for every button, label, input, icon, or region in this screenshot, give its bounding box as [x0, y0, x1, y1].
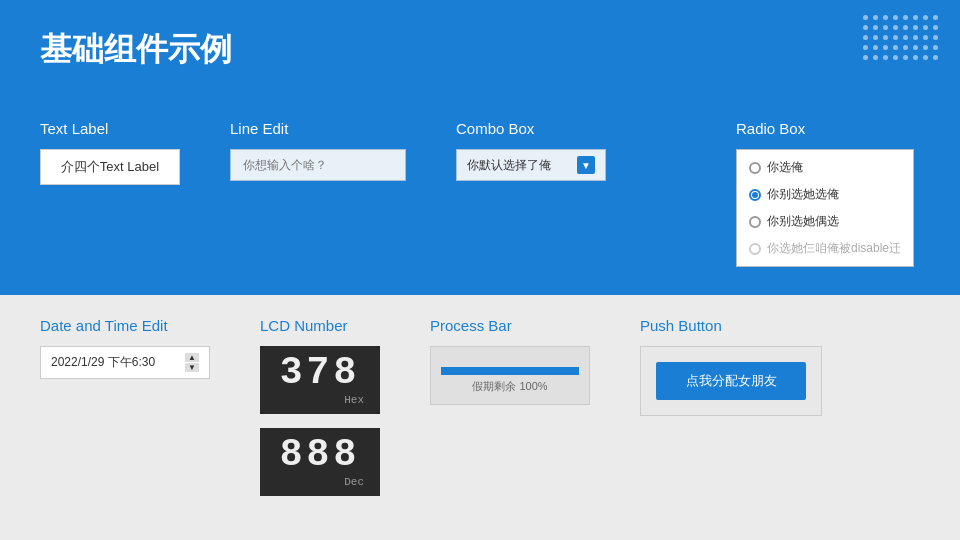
datetime-value: 2022/1/29 下午6:30	[51, 354, 155, 371]
process-bar-widget: 假期剩余 100%	[430, 346, 590, 405]
datetime-edit-group: Date and Time Edit 2022/1/29 下午6:30 ▲ ▼	[40, 317, 210, 379]
radio-box-group: Radio Box 你选俺 你别选她选俺 你别选她偶选	[736, 120, 914, 267]
radio-dot-0	[749, 162, 761, 174]
radio-item-label-3: 你选她仨咱俺被disable迁	[767, 240, 901, 257]
radio-dot-3	[749, 243, 761, 255]
text-label-heading: Text Label	[40, 120, 180, 137]
line-edit-heading: Line Edit	[230, 120, 406, 137]
lcd-hex-display: 378 Hex	[260, 346, 380, 414]
datetime-edit-heading: Date and Time Edit	[40, 317, 210, 334]
lcd-number-heading: LCD Number	[260, 317, 380, 334]
line-edit-group: Line Edit	[230, 120, 406, 181]
combo-box-group: Combo Box 你默认选择了俺 ▼	[456, 120, 606, 181]
bottom-panel: Date and Time Edit 2022/1/29 下午6:30 ▲ ▼ …	[0, 295, 960, 540]
radio-dot-1	[749, 189, 761, 201]
process-bar-heading: Process Bar	[430, 317, 590, 334]
dots-decoration	[863, 15, 940, 62]
lcd-dec-display: 888 Dec	[260, 428, 380, 496]
radio-item-2[interactable]: 你别选她偶选	[737, 208, 913, 235]
radio-item-3: 你选她仨咱俺被disable迁	[737, 235, 913, 262]
sections-area: Text Label 介四个Text Label Line Edit Combo…	[0, 100, 960, 540]
lcd-hex-value: 378	[276, 354, 364, 392]
text-label-group: Text Label 介四个Text Label	[40, 120, 180, 185]
text-label-widget: 介四个Text Label	[40, 149, 180, 185]
page-layout: 基础组件示例 Text Label 介四个Text Label Line Edi…	[0, 0, 960, 540]
header: 基础组件示例	[0, 0, 960, 100]
radio-item-label-0: 你选俺	[767, 159, 803, 176]
push-button-heading: Push Button	[640, 317, 822, 334]
combo-box-widget[interactable]: 你默认选择了俺 ▼	[456, 149, 606, 181]
radio-box-widget: 你选俺 你别选她选俺 你别选她偶选 你选她仨咱俺被disable迁	[736, 149, 914, 267]
page-title: 基础组件示例	[40, 28, 232, 72]
radio-box-heading: Radio Box	[736, 120, 914, 137]
spinner-down-button[interactable]: ▼	[185, 363, 199, 372]
process-bar-group: Process Bar 假期剩余 100%	[430, 317, 590, 405]
process-bar-text: 假期剩余 100%	[472, 379, 547, 394]
push-button-wrapper: 点我分配女朋友	[640, 346, 822, 416]
radio-item-label-1: 你别选她选俺	[767, 186, 839, 203]
line-edit-input[interactable]	[230, 149, 406, 181]
datetime-spinners: ▲ ▼	[185, 353, 199, 372]
process-bar-track	[441, 367, 579, 375]
combo-box-value: 你默认选择了俺	[467, 157, 551, 174]
datetime-edit-widget[interactable]: 2022/1/29 下午6:30 ▲ ▼	[40, 346, 210, 379]
spinner-up-button[interactable]: ▲	[185, 353, 199, 362]
combo-box-arrow-icon[interactable]: ▼	[577, 156, 595, 174]
combo-box-heading: Combo Box	[456, 120, 606, 137]
process-bar-fill	[441, 367, 579, 375]
radio-dot-2	[749, 216, 761, 228]
lcd-number-group: LCD Number 378 Hex 888 Dec	[260, 317, 380, 496]
radio-item-0[interactable]: 你选俺	[737, 154, 913, 181]
radio-item-label-2: 你别选她偶选	[767, 213, 839, 230]
lcd-dec-label: Dec	[276, 476, 364, 488]
radio-item-1[interactable]: 你别选她选俺	[737, 181, 913, 208]
top-panel: Text Label 介四个Text Label Line Edit Combo…	[0, 100, 960, 295]
lcd-dec-value: 888	[276, 436, 364, 474]
lcd-hex-label: Hex	[276, 394, 364, 406]
push-button-group: Push Button 点我分配女朋友	[640, 317, 822, 416]
push-button[interactable]: 点我分配女朋友	[656, 362, 806, 400]
